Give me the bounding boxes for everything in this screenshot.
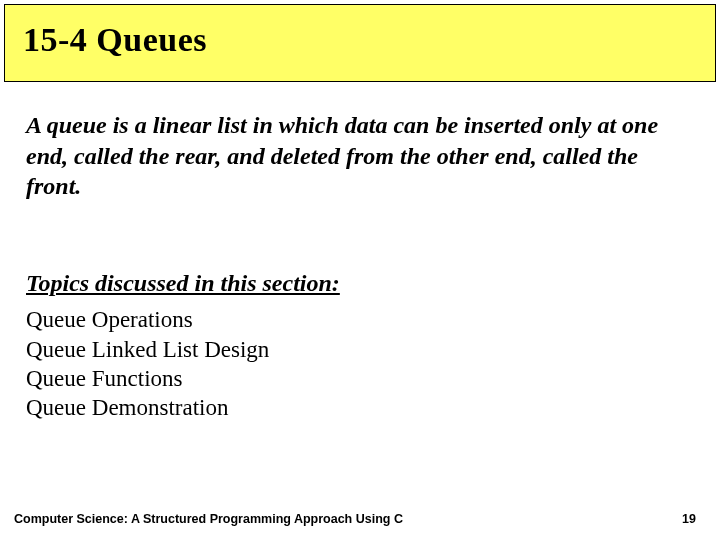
list-item: Queue Demonstration <box>26 393 694 422</box>
slide-title: 15-4 Queues <box>23 21 697 59</box>
definition-text: A queue is a linear list in which data c… <box>26 110 694 202</box>
title-banner: 15-4 Queues <box>4 4 716 82</box>
footer-left: Computer Science: A Structured Programmi… <box>14 512 403 526</box>
footer: Computer Science: A Structured Programmi… <box>0 512 720 526</box>
topics-heading: Topics discussed in this section: <box>26 270 694 297</box>
page-number: 19 <box>682 512 696 526</box>
list-item: Queue Linked List Design <box>26 335 694 364</box>
slide-body: A queue is a linear list in which data c… <box>0 82 720 423</box>
list-item: Queue Functions <box>26 364 694 393</box>
topics-list: Queue Operations Queue Linked List Desig… <box>26 305 694 423</box>
list-item: Queue Operations <box>26 305 694 334</box>
